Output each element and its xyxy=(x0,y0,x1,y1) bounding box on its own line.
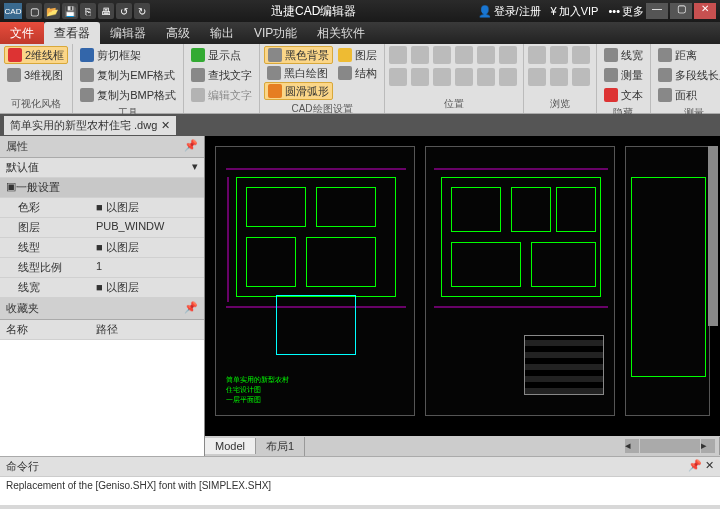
minimize-button[interactable]: — xyxy=(646,3,668,19)
tab-model[interactable]: Model xyxy=(205,438,256,454)
property-row[interactable]: 图层PUB_WINDW xyxy=(0,218,204,238)
group-find: 显示点 查找文字 编辑文字 xyxy=(184,44,260,113)
tab-layout1[interactable]: 布局1 xyxy=(256,437,305,456)
tab-vip[interactable]: VIP功能 xyxy=(244,22,307,44)
btn-text[interactable]: 文本 xyxy=(601,86,646,104)
btn-layers[interactable]: 图层 xyxy=(335,46,380,64)
group-label: CAD绘图设置 xyxy=(264,100,380,116)
titlebar: CAD ▢ 📂 💾 ⎘ 🖶 ↺ ↻ 迅捷CAD编辑器 👤 登录/注册 ¥ 加入V… xyxy=(0,0,720,22)
more-link[interactable]: ••• 更多 xyxy=(608,4,644,19)
properties-panel: 属性📌 默认值▾ ▣ 一般设置 色彩■ 以图层图层PUB_WINDW线型■ 以图… xyxy=(0,136,205,456)
favorites-list[interactable] xyxy=(0,340,204,456)
btn-distance[interactable]: 距离 xyxy=(655,46,720,64)
qat-saveas-icon[interactable]: ⎘ xyxy=(80,3,96,19)
btn-find-text[interactable]: 查找文字 xyxy=(188,66,255,84)
pin-icon[interactable]: 📌 xyxy=(184,139,198,154)
qat-save-icon[interactable]: 💾 xyxy=(62,3,78,19)
favorites-title: 收藏夹📌 xyxy=(0,298,204,320)
btn-polyline-length[interactable]: 多段线长度 xyxy=(655,66,720,84)
group-label: 可视化风格 xyxy=(4,95,68,111)
cmd-title: 命令行 xyxy=(6,459,39,474)
group-label: 测量 xyxy=(655,104,720,120)
ribbon: 2维线框 3维视图 可视化风格 剪切框架 复制为EMF格式 复制为BMP格式 工… xyxy=(0,44,720,114)
group-visual-style: 2维线框 3维视图 可视化风格 xyxy=(0,44,73,113)
group-measure: 距离 多段线长度 面积 测量 xyxy=(651,44,720,113)
vscrollbar[interactable] xyxy=(708,146,718,326)
qat-open-icon[interactable]: 📂 xyxy=(44,3,60,19)
tab-file[interactable]: 文件 xyxy=(0,22,44,44)
hscroll-arrows[interactable]: ◂▸ xyxy=(615,437,720,455)
group-cad-settings: 黑色背景 黑白绘图 圆滑弧形 图层 结构 CAD绘图设置 xyxy=(260,44,385,113)
favorites-header: 名称路径 xyxy=(0,320,204,340)
document-tab[interactable]: 简单实用的新型农村住宅 .dwg✕ xyxy=(4,116,176,135)
property-row[interactable]: 线宽■ 以图层 xyxy=(0,278,204,298)
qat-redo-icon[interactable]: ↻ xyxy=(134,3,150,19)
btn-bw-draw[interactable]: 黑白绘图 xyxy=(264,64,333,82)
group-tools: 剪切框架 复制为EMF格式 复制为BMP格式 工具 xyxy=(73,44,184,113)
tab-viewer[interactable]: 查看器 xyxy=(44,22,100,44)
property-row[interactable]: 线型■ 以图层 xyxy=(0,238,204,258)
btn-area[interactable]: 面积 xyxy=(655,86,720,104)
btn-smooth-arc[interactable]: 圆滑弧形 xyxy=(264,82,333,100)
app-title: 迅捷CAD编辑器 xyxy=(150,3,478,20)
qat-print-icon[interactable]: 🖶 xyxy=(98,3,114,19)
tab-output[interactable]: 输出 xyxy=(200,22,244,44)
btn-cut-frame[interactable]: 剪切框架 xyxy=(77,46,179,64)
btn-copy-emf[interactable]: 复制为EMF格式 xyxy=(77,66,179,84)
btn-2d-wireframe[interactable]: 2维线框 xyxy=(4,46,68,64)
vip-link[interactable]: ¥ 加入VIP xyxy=(551,4,599,19)
btn-measure[interactable]: 测量 xyxy=(601,66,646,84)
ribbon-tabs: 文件 查看器 编辑器 高级 输出 VIP功能 相关软件 xyxy=(0,22,720,44)
pin-icon[interactable]: 📌 xyxy=(184,301,198,316)
btn-linewidth[interactable]: 线宽 xyxy=(601,46,646,64)
drawing-canvas[interactable]: 简单实用的新型农村住宅设计图一层平面图 xyxy=(205,136,720,436)
canvas-area: 简单实用的新型农村住宅设计图一层平面图 Model 布局1 ◂▸ xyxy=(205,136,720,456)
layout-tabs: Model 布局1 ◂▸ xyxy=(205,436,720,456)
btn-edit-text[interactable]: 编辑文字 xyxy=(188,86,255,104)
btn-copy-bmp[interactable]: 复制为BMP格式 xyxy=(77,86,179,104)
qat-undo-icon[interactable]: ↺ xyxy=(116,3,132,19)
app-logo: CAD xyxy=(4,3,22,19)
group-label: 位置 xyxy=(389,95,519,111)
position-icons[interactable] xyxy=(389,46,519,95)
panel-title: 属性📌 xyxy=(0,136,204,158)
btn-3d-view[interactable]: 3维视图 xyxy=(4,66,68,84)
browse-icons[interactable] xyxy=(528,46,592,95)
group-label xyxy=(188,109,255,111)
close-tab-icon[interactable]: ✕ xyxy=(161,119,170,132)
tab-related[interactable]: 相关软件 xyxy=(307,22,375,44)
general-settings-header[interactable]: ▣ 一般设置 xyxy=(0,178,204,198)
btn-show-point[interactable]: 显示点 xyxy=(188,46,255,64)
btn-structure[interactable]: 结构 xyxy=(335,64,380,82)
property-row[interactable]: 色彩■ 以图层 xyxy=(0,198,204,218)
maximize-button[interactable]: ▢ xyxy=(670,3,692,19)
default-value-row[interactable]: 默认值▾ xyxy=(0,158,204,178)
group-hide: 线宽 测量 文本 隐藏 xyxy=(597,44,651,113)
group-browse: 浏览 xyxy=(524,44,597,113)
group-label: 浏览 xyxy=(528,95,592,111)
pin-icon[interactable]: 📌 ✕ xyxy=(688,459,714,474)
command-bar: 命令行📌 ✕ Replacement of the [Geniso.SHX] f… xyxy=(0,456,720,509)
property-row[interactable]: 线型比例1 xyxy=(0,258,204,278)
workspace: 属性📌 默认值▾ ▣ 一般设置 色彩■ 以图层图层PUB_WINDW线型■ 以图… xyxy=(0,136,720,456)
btn-black-bg[interactable]: 黑色背景 xyxy=(264,46,333,64)
group-label: 隐藏 xyxy=(601,104,646,120)
close-button[interactable]: ✕ xyxy=(694,3,716,19)
quick-access-toolbar: ▢ 📂 💾 ⎘ 🖶 ↺ ↻ xyxy=(26,3,150,19)
qat-new-icon[interactable]: ▢ xyxy=(26,3,42,19)
login-link[interactable]: 👤 登录/注册 xyxy=(478,4,541,19)
tab-editor[interactable]: 编辑器 xyxy=(100,22,156,44)
group-position: 位置 xyxy=(385,44,524,113)
cmd-log: Replacement of the [Geniso.SHX] font wit… xyxy=(0,477,720,505)
tab-advanced[interactable]: 高级 xyxy=(156,22,200,44)
